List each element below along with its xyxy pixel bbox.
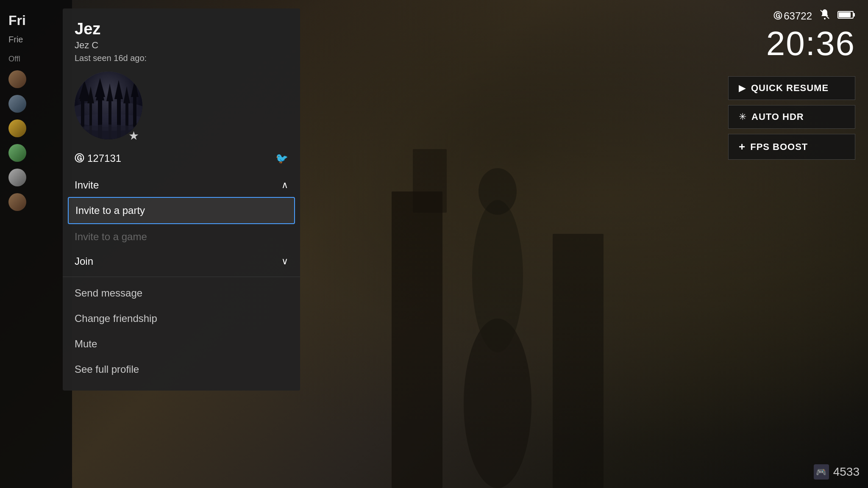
avatar [8,119,26,137]
invite-section-title: Invite [75,179,99,191]
sidebar-title: Fri [0,0,72,33]
list-item[interactable] [0,165,72,190]
avatar [8,95,26,113]
invite-items: Invite to a party Invite to a game [63,197,300,250]
fps-boost-button[interactable]: + FPS BOOST [728,134,855,160]
list-item[interactable] [0,116,72,141]
hud-gamerscore-value: 63722 [784,10,812,22]
sidebar-subtitle: Frie [0,33,72,53]
system-clock: 20:36 [766,27,855,61]
svg-rect-31 [839,12,851,17]
fps-boost-icon: + [739,140,745,153]
list-item[interactable] [0,141,72,165]
menu-divider [63,277,300,277]
notifications-muted-icon [819,8,831,23]
hud-gamerscore-icon: Ⓖ [773,10,782,22]
svg-rect-32 [853,13,855,17]
gamerscore: Ⓖ 127131 [75,152,121,165]
hud-status-bar: Ⓖ 63722 [766,8,855,23]
fps-boost-label: FPS BOOST [750,141,808,152]
svg-rect-4 [553,234,604,488]
svg-point-2 [479,168,517,215]
join-chevron-icon: ∨ [281,256,288,267]
avatar [8,193,26,211]
game-figure [392,107,604,488]
send-message-button[interactable]: Send message [68,280,295,306]
profile-last-seen: Last seen 16d ago: [75,53,288,63]
battery-icon [837,9,855,22]
mute-button[interactable]: Mute [68,331,295,357]
list-item[interactable] [0,92,72,116]
join-section-title: Join [75,255,93,267]
avatar [8,144,26,162]
menu-items: Send message Change friendship Mute See … [63,280,300,382]
svg-rect-3 [392,191,442,488]
svg-point-1 [472,200,523,352]
quick-resume-label: QUICK RESUME [751,83,829,94]
favorite-star-icon[interactable]: ★ [128,129,139,143]
avatar [8,70,26,88]
join-section: Join ∨ [63,250,300,273]
profile-avatar-large: ★ [75,72,142,139]
xbox-controller-icon: 🎮 [814,464,829,480]
gamerscore-value: 127131 [87,152,121,164]
auto-hdr-button[interactable]: ✳ AUTO HDR [728,105,855,129]
gamerscore-icon: Ⓖ [75,152,84,165]
svg-rect-5 [413,149,447,213]
join-section-header[interactable]: Join ∨ [63,250,300,273]
play-icon: ▶ [739,83,746,94]
profile-gamertag: Jez C [75,40,288,51]
invite-to-party-button[interactable]: Invite to a party [68,197,295,224]
profile-header: Jez Jez C Last seen 16d ago: [63,8,300,72]
svg-rect-11 [81,97,84,139]
hud: Ⓖ 63722 20:36 [766,8,855,61]
hud-gamerscore: Ⓖ 63722 [773,10,812,22]
bottom-right-badge: 🎮 4533 [814,464,860,480]
invite-section: Invite ∧ Invite to a party Invite to a g… [63,173,300,250]
gamerscore-row: Ⓖ 127131 🐦 [63,148,300,173]
svg-point-28 [824,18,826,19]
quick-actions: ▶ QUICK RESUME ✳ AUTO HDR + FPS BOOST [728,76,855,160]
list-item[interactable] [0,190,72,214]
auto-hdr-label: AUTO HDR [751,111,804,122]
invite-to-game-button[interactable]: Invite to a game [68,224,295,250]
profile-avatar-area: ★ [63,72,300,148]
avatar [8,169,26,186]
offline-label: Offl [0,53,72,67]
sidebar-overlay: Fri Frie Offl [0,0,72,488]
hdr-icon: ✳ [739,111,746,122]
change-friendship-button[interactable]: Change friendship [68,306,295,331]
see-full-profile-button[interactable]: See full profile [68,357,295,382]
list-item[interactable] [0,67,72,92]
invite-section-header[interactable]: Invite ∧ [63,173,300,197]
profile-username: Jez [75,20,288,38]
invite-chevron-icon: ∧ [281,180,288,191]
badge-number: 4533 [833,465,860,479]
quick-resume-button[interactable]: ▶ QUICK RESUME [728,76,855,100]
twitter-icon[interactable]: 🐦 [275,152,288,164]
profile-panel: Jez Jez C Last seen 16d ago: [63,8,300,391]
